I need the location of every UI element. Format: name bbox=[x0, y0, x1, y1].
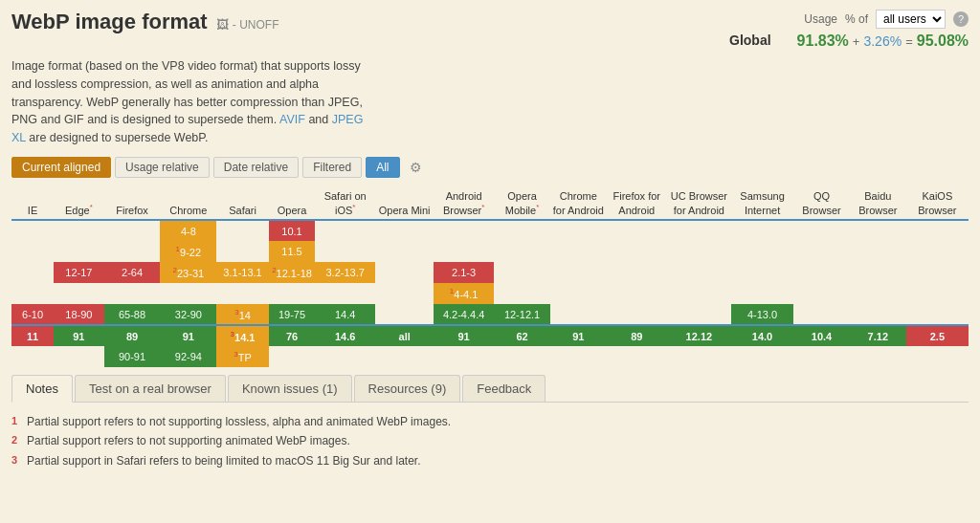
cell bbox=[11, 262, 54, 283]
cell bbox=[315, 241, 375, 262]
tab-feedback[interactable]: Feedback bbox=[462, 375, 546, 402]
pct-blue: 3.26% bbox=[863, 33, 902, 49]
cell bbox=[850, 283, 906, 304]
cell: 76 bbox=[269, 325, 315, 346]
cell: 10.4 bbox=[793, 325, 850, 346]
cell: 14-4.1 bbox=[434, 283, 494, 304]
cell: 62 bbox=[494, 325, 550, 346]
cell: 91 bbox=[434, 325, 494, 346]
cell bbox=[731, 283, 793, 304]
cell bbox=[104, 241, 161, 262]
cell bbox=[54, 283, 104, 304]
th-ie: IE bbox=[11, 187, 54, 220]
settings-icon[interactable]: ⚙ bbox=[404, 158, 428, 177]
note-1-text: Partial support refers to not supporting… bbox=[27, 412, 451, 431]
cell: 89 bbox=[104, 325, 161, 346]
unoff-label: - UNOFF bbox=[233, 18, 279, 32]
cell bbox=[550, 283, 607, 304]
cell bbox=[850, 262, 906, 283]
th-samsung: Samsung Internet bbox=[731, 187, 793, 220]
cell bbox=[906, 283, 969, 304]
note-3-text: Partial support in Safari refers to bein… bbox=[27, 451, 421, 470]
cell bbox=[667, 346, 731, 367]
cell: 14.4 bbox=[315, 304, 375, 325]
cell: 14.6 bbox=[315, 325, 375, 346]
cell bbox=[607, 262, 667, 283]
cell: 92-94 bbox=[160, 346, 216, 367]
cell bbox=[315, 346, 375, 367]
cell: 65-88 bbox=[104, 304, 161, 325]
cell bbox=[550, 346, 607, 367]
all-btn[interactable]: All bbox=[366, 157, 399, 178]
cell bbox=[731, 241, 793, 262]
avif-link[interactable]: AVIF bbox=[279, 113, 305, 126]
tab-resources[interactable]: Resources (9) bbox=[354, 375, 461, 402]
th-opera-mobile: Opera Mobile* bbox=[494, 187, 550, 220]
note-2: 2 Partial support refers to not supporti… bbox=[11, 431, 969, 450]
cell bbox=[550, 304, 607, 325]
cell: 89 bbox=[607, 325, 667, 346]
cell: 314.1 bbox=[216, 325, 269, 346]
cell bbox=[104, 283, 161, 304]
cell bbox=[315, 220, 375, 241]
filtered-btn[interactable]: Filtered bbox=[302, 157, 362, 178]
cell bbox=[731, 262, 793, 283]
cell bbox=[216, 241, 269, 262]
cell: 91 bbox=[160, 325, 216, 346]
tab-test[interactable]: Test on a real browser bbox=[75, 375, 226, 402]
cell bbox=[375, 346, 434, 367]
cell bbox=[375, 241, 434, 262]
table-row: 4-8 10.1 bbox=[11, 220, 969, 241]
cell bbox=[607, 346, 667, 367]
cell bbox=[375, 304, 434, 325]
cell: 91 bbox=[550, 325, 607, 346]
cell bbox=[434, 346, 494, 367]
cell bbox=[906, 241, 969, 262]
cell bbox=[793, 220, 850, 241]
cell bbox=[667, 241, 731, 262]
current-aligned-btn[interactable]: Current aligned bbox=[11, 157, 111, 178]
th-qq: QQ Browser bbox=[793, 187, 850, 220]
cell bbox=[315, 283, 375, 304]
usage-relative-btn[interactable]: Usage relative bbox=[115, 157, 210, 178]
cell bbox=[11, 346, 54, 367]
all-users-select[interactable]: all users bbox=[876, 10, 946, 29]
pct-eq: = bbox=[905, 34, 913, 49]
cell: 32-90 bbox=[160, 304, 216, 325]
cell bbox=[850, 304, 906, 325]
cell bbox=[216, 220, 269, 241]
date-relative-btn[interactable]: Date relative bbox=[213, 157, 299, 178]
cell: 2-64 bbox=[104, 262, 161, 283]
browser-support-table: IE Edge* Firefox Chrome Safari Opera Saf… bbox=[11, 187, 969, 367]
pct-green: 91.83% bbox=[797, 33, 849, 50]
th-safari-ios: Safari on iOS* bbox=[315, 187, 375, 220]
help-icon[interactable]: ? bbox=[953, 11, 969, 27]
cell: 12-17 bbox=[54, 262, 104, 283]
cell: 18-90 bbox=[54, 304, 104, 325]
cell bbox=[216, 283, 269, 304]
tab-notes[interactable]: Notes bbox=[11, 375, 73, 403]
table-row: 6-10 18-90 65-88 32-90 314 19-75 14.4 4.… bbox=[11, 304, 969, 325]
cell bbox=[793, 346, 850, 367]
cell: 12-12.1 bbox=[494, 304, 550, 325]
cell bbox=[850, 220, 906, 241]
cell bbox=[434, 241, 494, 262]
cell bbox=[494, 283, 550, 304]
cell bbox=[54, 241, 104, 262]
th-chrome: Chrome bbox=[160, 187, 216, 220]
cell bbox=[667, 262, 731, 283]
cell bbox=[906, 304, 969, 325]
pct-of-label: % of bbox=[845, 12, 868, 26]
cell bbox=[375, 262, 434, 283]
cell bbox=[54, 346, 104, 367]
cell: 3TP bbox=[216, 346, 269, 367]
cell: 4-13.0 bbox=[731, 304, 793, 325]
cell bbox=[11, 241, 54, 262]
tab-known[interactable]: Known issues (1) bbox=[228, 375, 352, 402]
cell bbox=[375, 220, 434, 241]
th-opera: Opera bbox=[269, 187, 315, 220]
cell bbox=[269, 346, 315, 367]
cell: 12.12 bbox=[667, 325, 731, 346]
table-row: 12-17 2-64 223-31 3.1-13.1 212.1-18 3.2-… bbox=[11, 262, 969, 283]
cell bbox=[607, 283, 667, 304]
